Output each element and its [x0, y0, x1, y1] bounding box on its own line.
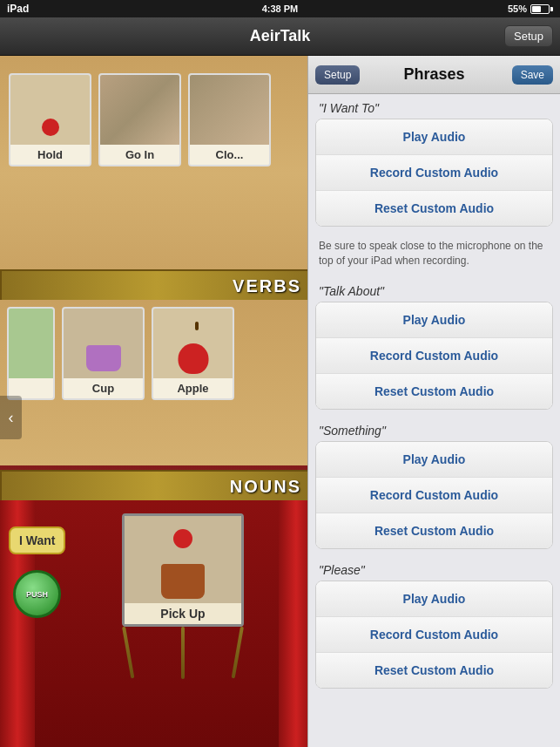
panel-header: Setup Phrases Save — [308, 56, 560, 94]
apple-card-image — [153, 309, 233, 378]
device-label: iPad — [7, 3, 29, 15]
goin-card-label: Go In — [100, 145, 179, 165]
goin-card-image — [100, 75, 179, 145]
goin-card[interactable]: Go In — [98, 73, 181, 166]
phrase-section-0: "I Want To" Play Audio Record Custom Aud… — [308, 94, 560, 277]
play-audio-btn-0[interactable]: Play Audio — [316, 119, 552, 155]
reset-audio-btn-0[interactable]: Reset Custom Audio — [316, 191, 552, 226]
app-area: Hold Go In Clo... VERBS Cup — [0, 56, 560, 747]
hold-card-image — [10, 75, 90, 145]
hold-card[interactable]: Hold — [9, 73, 91, 166]
cup-card[interactable]: Cup — [62, 307, 145, 400]
hold-card-label: Hold — [10, 145, 90, 165]
phrase-section-2: "Something" Play Audio Record Custom Aud… — [308, 417, 560, 549]
noun-cards-row: Cup Apple — [7, 307, 307, 400]
status-right: 55% — [508, 3, 553, 14]
easel-card-image — [125, 516, 241, 603]
phrase-label-3: "Please" — [308, 556, 560, 581]
phrase-buttons-3: Play Audio Record Custom Audio Reset Cus… — [315, 581, 553, 689]
clo-card[interactable]: Clo... — [188, 73, 271, 166]
apple-card[interactable]: Apple — [152, 307, 234, 400]
push-button[interactable]: PUSH — [13, 570, 61, 618]
battery-label: 55% — [508, 3, 527, 14]
nouns-banner: NOUNS — [0, 470, 314, 504]
easel-card-label: Pick Up — [125, 603, 241, 624]
nouns-section: Cup Apple — [0, 300, 314, 465]
i-want-button[interactable]: I Want — [9, 526, 65, 554]
small-card-image — [9, 309, 53, 378]
play-audio-btn-2[interactable]: Play Audio — [316, 442, 552, 478]
cup-card-image — [64, 309, 143, 378]
panel-body[interactable]: "I Want To" Play Audio Record Custom Aud… — [308, 94, 560, 747]
app-title: AeirTalk — [250, 27, 311, 45]
easel-leg-center — [181, 627, 185, 679]
play-audio-btn-1[interactable]: Play Audio — [316, 302, 552, 338]
phrase-label-0: "I Want To" — [308, 94, 560, 119]
verbs-text: VERBS — [233, 276, 301, 296]
left-nav-arrow[interactable]: ‹ — [0, 396, 22, 439]
reset-audio-btn-2[interactable]: Reset Custom Audio — [316, 513, 552, 548]
easel-leg-right — [232, 627, 244, 679]
easel: Pick Up — [113, 513, 253, 679]
hint-text: Be sure to speak close to the microphone… — [308, 234, 560, 277]
easel-legs — [113, 627, 253, 679]
nav-bar: AeirTalk Setup — [0, 17, 560, 56]
panel-back-button[interactable]: Setup — [315, 65, 360, 85]
top-section: Hold Go In Clo... — [0, 56, 314, 291]
play-audio-btn-3[interactable]: Play Audio — [316, 581, 552, 617]
setup-button[interactable]: Setup — [504, 25, 553, 47]
panel-save-button[interactable]: Save — [512, 65, 553, 85]
phrase-buttons-2: Play Audio Record Custom Audio Reset Cus… — [315, 441, 553, 549]
phrase-section-1: "Talk About" Play Audio Record Custom Au… — [308, 277, 560, 410]
nouns-text: NOUNS — [230, 477, 301, 497]
cup-card-label: Cup — [64, 378, 143, 398]
time-label: 4:38 PM — [262, 3, 299, 14]
phrase-label-2: "Something" — [308, 417, 560, 441]
panel-title: Phrases — [403, 65, 464, 84]
reset-audio-btn-1[interactable]: Reset Custom Audio — [316, 374, 552, 409]
small-card[interactable] — [7, 307, 55, 400]
setup-panel: Setup Phrases Save "I Want To" Play Audi… — [307, 56, 560, 747]
record-audio-btn-1[interactable]: Record Custom Audio — [316, 338, 552, 374]
push-label: PUSH — [26, 590, 48, 599]
phrase-label-1: "Talk About" — [308, 277, 560, 302]
record-audio-btn-3[interactable]: Record Custom Audio — [316, 617, 552, 653]
battery-icon — [530, 4, 553, 14]
verb-cards-row: Hold Go In Clo... — [9, 73, 305, 166]
easel-leg-left — [122, 627, 134, 679]
easel-card[interactable]: Pick Up — [122, 513, 244, 627]
phrase-buttons-1: Play Audio Record Custom Audio Reset Cus… — [315, 302, 553, 410]
record-audio-btn-0[interactable]: Record Custom Audio — [316, 155, 552, 191]
apple-card-label: Apple — [153, 378, 233, 398]
record-audio-btn-2[interactable]: Record Custom Audio — [316, 478, 552, 513]
status-bar: iPad 4:38 PM 55% — [0, 0, 560, 17]
phrase-section-3: "Please" Play Audio Record Custom Audio … — [308, 556, 560, 689]
verbs-banner: VERBS — [0, 269, 314, 303]
reset-audio-btn-3[interactable]: Reset Custom Audio — [316, 653, 552, 688]
phrase-buttons-0: Play Audio Record Custom Audio Reset Cus… — [315, 119, 553, 227]
clo-card-label: Clo... — [190, 145, 269, 165]
clo-card-image — [190, 75, 269, 145]
